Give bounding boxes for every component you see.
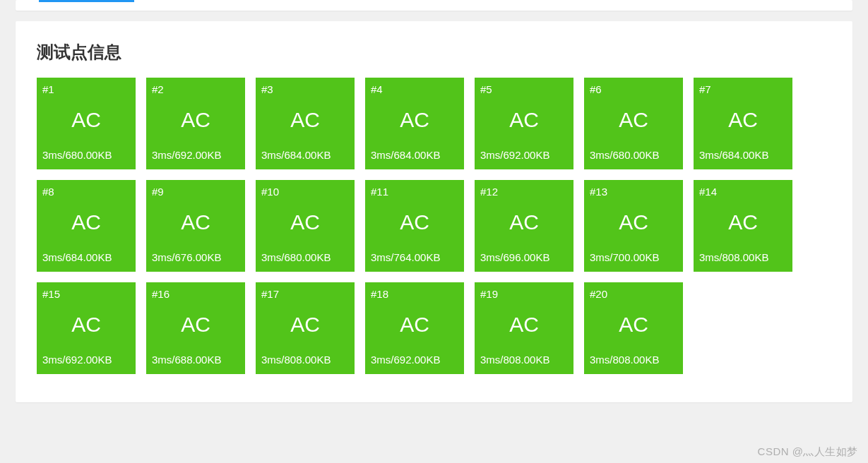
test-status: AC: [699, 91, 787, 149]
test-meta: 3ms/808.00KB: [699, 251, 787, 263]
test-tile[interactable]: #6AC3ms/680.00KB: [584, 78, 683, 169]
test-tile[interactable]: #12AC3ms/696.00KB: [475, 180, 573, 272]
test-meta: 3ms/692.00KB: [152, 149, 239, 161]
test-tile[interactable]: #17AC3ms/808.00KB: [256, 282, 355, 374]
test-tile[interactable]: #9AC3ms/676.00KB: [146, 180, 245, 272]
test-status: AC: [261, 91, 349, 149]
test-meta: 3ms/764.00KB: [371, 251, 458, 263]
test-status: AC: [480, 91, 568, 149]
test-tile[interactable]: #15AC3ms/692.00KB: [37, 282, 136, 374]
test-status: AC: [152, 91, 239, 149]
active-tab-indicator: [39, 0, 134, 2]
test-status: AC: [590, 193, 677, 251]
test-tile[interactable]: #10AC3ms/680.00KB: [256, 180, 355, 272]
test-tile[interactable]: #20AC3ms/808.00KB: [584, 282, 683, 374]
test-meta: 3ms/680.00KB: [590, 149, 677, 161]
top-tab-bar: [16, 0, 852, 11]
test-tile[interactable]: #7AC3ms/684.00KB: [694, 78, 792, 169]
test-tile[interactable]: #8AC3ms/684.00KB: [37, 180, 136, 272]
test-status: AC: [261, 296, 349, 354]
test-tile[interactable]: #14AC3ms/808.00KB: [694, 180, 792, 272]
watermark: CSDN @灬人生如梦: [758, 445, 858, 459]
test-meta: 3ms/684.00KB: [42, 251, 130, 263]
test-status: AC: [480, 296, 568, 354]
test-tile[interactable]: #2AC3ms/692.00KB: [146, 78, 245, 169]
test-info-card: 测试点信息 #1AC3ms/680.00KB#2AC3ms/692.00KB#3…: [16, 21, 852, 402]
test-tile[interactable]: #19AC3ms/808.00KB: [475, 282, 573, 374]
test-status: AC: [42, 296, 130, 354]
test-meta: 3ms/684.00KB: [261, 149, 349, 161]
test-status: AC: [480, 193, 568, 251]
test-meta: 3ms/692.00KB: [42, 354, 130, 366]
test-meta: 3ms/676.00KB: [152, 251, 239, 263]
test-tile[interactable]: #3AC3ms/684.00KB: [256, 78, 355, 169]
test-meta: 3ms/808.00KB: [480, 354, 568, 366]
test-meta: 3ms/684.00KB: [371, 149, 458, 161]
test-tile[interactable]: #11AC3ms/764.00KB: [365, 180, 464, 272]
test-meta: 3ms/684.00KB: [699, 149, 787, 161]
test-status: AC: [371, 91, 458, 149]
test-tile[interactable]: #1AC3ms/680.00KB: [37, 78, 136, 169]
test-tile[interactable]: #5AC3ms/692.00KB: [475, 78, 573, 169]
test-grid: #1AC3ms/680.00KB#2AC3ms/692.00KB#3AC3ms/…: [37, 78, 831, 374]
test-meta: 3ms/808.00KB: [261, 354, 349, 366]
test-meta: 3ms/692.00KB: [480, 149, 568, 161]
test-meta: 3ms/688.00KB: [152, 354, 239, 366]
test-status: AC: [152, 296, 239, 354]
test-status: AC: [590, 91, 677, 149]
section-title: 测试点信息: [37, 41, 831, 64]
test-meta: 3ms/696.00KB: [480, 251, 568, 263]
test-status: AC: [371, 193, 458, 251]
test-status: AC: [42, 193, 130, 251]
test-meta: 3ms/680.00KB: [42, 149, 130, 161]
test-tile[interactable]: #4AC3ms/684.00KB: [365, 78, 464, 169]
test-meta: 3ms/692.00KB: [371, 354, 458, 366]
test-tile[interactable]: #18AC3ms/692.00KB: [365, 282, 464, 374]
test-tile[interactable]: #16AC3ms/688.00KB: [146, 282, 245, 374]
test-meta: 3ms/680.00KB: [261, 251, 349, 263]
test-status: AC: [42, 91, 130, 149]
test-status: AC: [261, 193, 349, 251]
test-meta: 3ms/808.00KB: [590, 354, 677, 366]
test-meta: 3ms/700.00KB: [590, 251, 677, 263]
test-status: AC: [152, 193, 239, 251]
test-tile[interactable]: #13AC3ms/700.00KB: [584, 180, 683, 272]
test-status: AC: [699, 193, 787, 251]
test-status: AC: [590, 296, 677, 354]
test-status: AC: [371, 296, 458, 354]
